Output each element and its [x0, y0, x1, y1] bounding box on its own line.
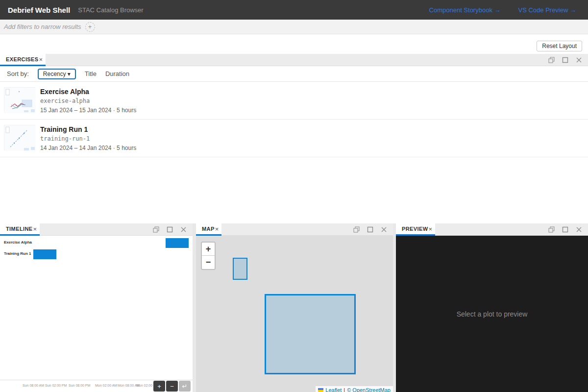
- exercise-title: Training Run 1: [40, 125, 136, 133]
- tab-preview[interactable]: PREVIEW ×: [396, 223, 435, 236]
- exercise-item-text: Exercise Alpha exercise-alpha 15 Jan 202…: [40, 87, 136, 114]
- tab-close-icon[interactable]: ×: [39, 56, 43, 63]
- exercise-thumbnail: [4, 125, 35, 150]
- timeline-bar-exercise-alpha[interactable]: [166, 238, 189, 248]
- tab-map[interactable]: MAP ×: [196, 223, 221, 236]
- exercises-tabstrip: EXERCISES ×: [0, 54, 588, 66]
- maximize-icon[interactable]: [367, 226, 373, 233]
- exercise-item-text: Training Run 1 training-run-1 14 Jan 202…: [40, 125, 136, 151]
- timeline-panel: TIMELINE × Exercise Alpha Training Run 1: [0, 223, 193, 392]
- sort-option-recency[interactable]: Recency ▾: [38, 69, 76, 79]
- app-subtitle: STAC Catalog Browser: [78, 6, 143, 14]
- exercise-title: Exercise Alpha: [40, 88, 136, 96]
- filter-bar: Add filters to narrow results +: [0, 20, 588, 34]
- exercise-list-item[interactable]: Exercise Alpha exercise-alpha 15 Jan 202…: [0, 82, 588, 120]
- float-icon[interactable]: [153, 226, 159, 233]
- map-tabstrip: MAP ×: [196, 223, 393, 236]
- attribution-separator: |: [343, 387, 345, 392]
- sort-option-duration[interactable]: Duration: [105, 70, 129, 77]
- preview-tabstrip: PREVIEW ×: [396, 223, 588, 236]
- close-icon[interactable]: [576, 57, 582, 63]
- exercise-dates: 14 Jan 2024 – 14 Jan 2024 · 5 hours: [40, 145, 136, 151]
- timeline-axis-tick: Mon 02:00 AM: [95, 384, 117, 387]
- openstreetmap-link[interactable]: © OpenStreetMap: [347, 387, 391, 392]
- vscode-preview-link[interactable]: VS Code Preview →: [518, 6, 577, 14]
- exercises-window-controls: [548, 54, 588, 66]
- tab-timeline[interactable]: TIMELINE ×: [0, 223, 40, 236]
- close-icon[interactable]: [180, 226, 187, 233]
- float-icon[interactable]: [353, 226, 360, 233]
- tab-close-icon[interactable]: ×: [33, 226, 37, 232]
- sort-bar: Sort by: Recency ▾ Title Duration: [0, 66, 588, 82]
- tab-close-icon[interactable]: ×: [429, 226, 433, 232]
- map-zoom-in-button[interactable]: +: [202, 243, 215, 256]
- preview-window-controls: [548, 223, 588, 235]
- map-zoom-out-button[interactable]: −: [202, 256, 215, 269]
- timeline-zoom-controls: + − ↵: [153, 381, 191, 392]
- timeline-axis-tick: Sun 08:00 AM: [23, 384, 44, 387]
- close-icon[interactable]: [576, 226, 582, 233]
- timeline-axis-tick: Sun 08:00 PM: [69, 384, 90, 387]
- tab-close-icon[interactable]: ×: [215, 226, 219, 232]
- app-title: Debrief Web Shell: [8, 6, 70, 14]
- map-zoom-control: + −: [201, 242, 216, 270]
- maximize-icon[interactable]: [167, 226, 173, 233]
- sort-option-title[interactable]: Title: [85, 70, 97, 77]
- timeline-axis: [0, 380, 193, 380]
- exercise-thumbnail: [4, 87, 35, 113]
- float-icon[interactable]: [548, 226, 555, 233]
- map-window-controls: [353, 223, 393, 235]
- tab-exercises[interactable]: EXERCISES ×: [0, 54, 46, 66]
- map-feature-large-polygon[interactable]: [265, 294, 356, 374]
- map-feature-small-polygon[interactable]: [233, 258, 247, 280]
- ukraine-flag-icon: [318, 388, 323, 392]
- panel-splitter[interactable]: [193, 223, 196, 392]
- map-canvas[interactable]: + − Leaflet | © OpenStreetMap: [196, 236, 393, 392]
- sort-by-label: Sort by:: [7, 70, 29, 77]
- component-storybook-link[interactable]: Component Storybook →: [429, 6, 501, 14]
- timeline-axis-tick: Sun 02:00 PM: [45, 384, 67, 387]
- close-icon[interactable]: [381, 226, 387, 233]
- preview-area: Select a plot to preview: [396, 236, 588, 392]
- exercise-list-item[interactable]: Training Run 1 training-run-1 14 Jan 202…: [0, 120, 588, 157]
- map-attribution: Leaflet | © OpenStreetMap: [316, 386, 393, 392]
- maximize-icon[interactable]: [562, 226, 568, 233]
- exercise-id: training-run-1: [40, 135, 136, 142]
- timeline-bar-training-run-1[interactable]: [33, 249, 56, 259]
- timeline-tabstrip: TIMELINE ×: [0, 223, 193, 236]
- timeline-window-controls: [153, 223, 193, 235]
- preview-panel: PREVIEW × Select a plot to preview: [396, 223, 588, 392]
- preview-placeholder-text: Select a plot to preview: [457, 310, 528, 318]
- add-filter-button[interactable]: +: [85, 22, 95, 32]
- map-panel: MAP × + −: [196, 223, 393, 392]
- maximize-icon[interactable]: [562, 57, 568, 63]
- filter-hint-text: Add filters to narrow results: [4, 23, 81, 30]
- reset-layout-button[interactable]: Reset Layout: [537, 41, 582, 51]
- timeline-row-label: Training Run 1: [4, 251, 31, 256]
- timeline-row-label: Exercise Alpha: [4, 240, 32, 245]
- timeline-reset-button[interactable]: ↵: [179, 381, 191, 392]
- app-topbar: Debrief Web Shell STAC Catalog Browser C…: [0, 0, 588, 20]
- exercises-panel: EXERCISES × Sort by: Recency ▾ Title Dur…: [0, 54, 588, 223]
- layout-toolbar: Reset Layout: [0, 34, 588, 54]
- exercise-dates: 15 Jan 2024 – 15 Jan 2024 · 5 hours: [40, 107, 136, 114]
- leaflet-link[interactable]: Leaflet: [325, 387, 342, 392]
- timeline-chart: Exercise Alpha Training Run 1 Sun 08:00 …: [0, 236, 193, 392]
- timeline-zoom-out-button[interactable]: −: [166, 381, 178, 392]
- exercise-id: exercise-alpha: [40, 98, 136, 104]
- bottom-panels: TIMELINE × Exercise Alpha Training Run 1: [0, 223, 588, 392]
- topbar-links: Component Storybook → VS Code Preview →: [429, 6, 576, 14]
- float-icon[interactable]: [548, 57, 555, 63]
- timeline-zoom-in-button[interactable]: +: [153, 381, 165, 392]
